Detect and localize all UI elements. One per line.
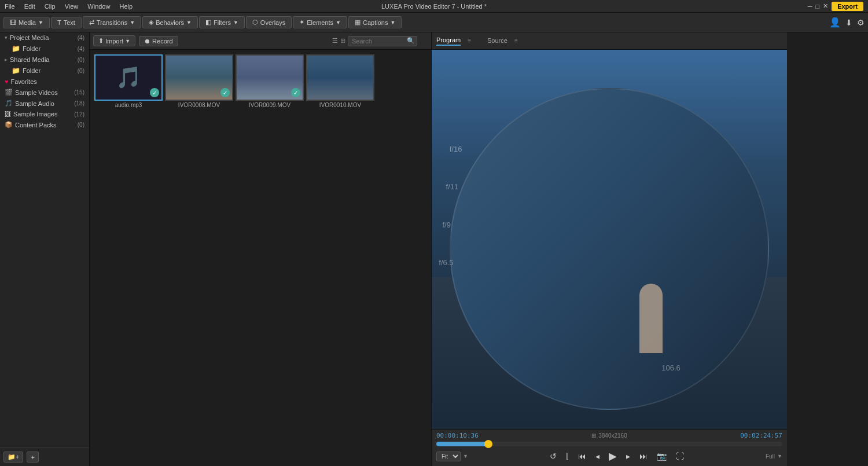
sidebar-item-sample-images[interactable]: 🖼 Sample Images (12) [0, 109, 89, 119]
settings-icon[interactable]: ⚙ [857, 18, 865, 27]
sample-videos-label: Sample Videos [15, 89, 58, 96]
captions-button[interactable]: ▦ Captions ▼ [348, 16, 402, 28]
folder2-label: Folder [23, 67, 41, 74]
sidebar-item-shared-media[interactable]: ▸ Shared Media (0) [0, 54, 89, 65]
fit-select[interactable]: Fit [436, 452, 461, 461]
chevron-right-icon: ▸ [5, 57, 8, 63]
elements-icon: ✦ [299, 19, 304, 26]
preview-progress-bar[interactable] [436, 442, 782, 446]
sample-audio-label: Sample Audio [15, 100, 54, 107]
sidebar-footer: 📁+ + [0, 447, 89, 466]
heart-icon: ♥ [5, 78, 9, 85]
import-button[interactable]: ⬆ Import ▼ [93, 35, 135, 46]
filters-icon: ◧ [205, 19, 211, 26]
menu-edit[interactable]: Edit [24, 3, 35, 10]
check-badge: ✓ [220, 88, 230, 97]
close-icon[interactable]: ✕ [823, 2, 828, 10]
maximize-icon[interactable]: □ [816, 3, 820, 10]
program-settings-icon[interactable]: ≡ [468, 38, 471, 44]
folder1-label: Folder [23, 45, 41, 52]
text-icon: T [57, 19, 61, 26]
search-input[interactable] [348, 36, 417, 46]
total-duration: 00:02:24:57 [740, 432, 782, 439]
behaviors-button[interactable]: ◈ Behaviors ▼ [142, 16, 198, 28]
captions-icon: ▦ [355, 19, 361, 26]
loop-button[interactable]: ↺ [547, 450, 559, 462]
sidebar-item-content-packs[interactable]: 📦 Content Packs (0) [0, 119, 89, 130]
overlays-button[interactable]: ⬡ Overlays [246, 16, 292, 28]
shared-media-count: (0) [78, 57, 84, 63]
tab-program[interactable]: Program [436, 36, 461, 46]
menu-view[interactable]: View [65, 3, 79, 10]
sample-images-count: (12) [74, 111, 84, 118]
media-item-audio[interactable]: 🎵 ✓ audio.mp3 [94, 54, 163, 109]
export-button[interactable]: Export [832, 2, 863, 11]
mark-in-button[interactable]: ⌊ [564, 450, 571, 462]
source-settings-icon[interactable]: ≡ [514, 38, 518, 44]
media-item-video2[interactable]: ✓ IVOR0009.MOV [236, 54, 304, 109]
menu-window[interactable]: Window [87, 3, 110, 10]
current-timecode: 00:00:10:36 [436, 432, 479, 439]
list-view-icon[interactable]: ☰ [332, 37, 338, 45]
skip-end-button[interactable]: ⏭ [637, 450, 650, 462]
main-toolbar: 🎞 Media ▼ T Text ⇄ Transitions ▼ ◈ Behav… [0, 13, 868, 32]
add-files-button[interactable]: + [27, 452, 38, 463]
main-area: ▾ Project Media (4) 📁 Folder (4) ▸ Share… [0, 32, 868, 466]
sidebar-item-sample-audio[interactable]: 🎵 Sample Audio (18) [0, 98, 89, 109]
preview-image: f/16 f/11 f/9 f/6.5 106.6 [432, 50, 787, 429]
check-badge: ✓ [150, 88, 159, 97]
resolution-display: ⊞ 3840x2160 [591, 432, 627, 439]
full-quality-label: Full [766, 453, 775, 460]
favorites-label: Favorites [11, 78, 37, 85]
transitions-button[interactable]: ⇄ Transitions ▼ [83, 16, 141, 28]
timecode-bar: 00:00:10:36 ⊞ 3840x2160 00:02:24:57 [436, 432, 782, 439]
media-item-label: IVOR0009.MOV [236, 101, 304, 109]
user-icon[interactable]: 👤 [829, 17, 841, 28]
tab-source[interactable]: Source [487, 37, 507, 45]
new-folder-button[interactable]: 📁+ [3, 452, 23, 463]
step-forward-button[interactable]: ▸ [624, 450, 632, 462]
fullscreen-button[interactable]: ⛶ [674, 450, 686, 462]
quality-dropdown-icon[interactable]: ▼ [777, 453, 782, 459]
menu-file[interactable]: File [5, 3, 15, 10]
media-item-video3[interactable]: IVOR0010.MOV [306, 54, 374, 109]
progress-marker[interactable] [484, 440, 492, 448]
transitions-icon: ⇄ [89, 19, 94, 26]
transitions-dropdown-icon: ▼ [130, 20, 135, 25]
snapshot-button[interactable]: 📷 [654, 450, 669, 462]
record-icon: ⏺ [144, 38, 150, 45]
media-button[interactable]: 🎞 Media ▼ [3, 17, 50, 28]
download-icon[interactable]: ⬇ [845, 18, 852, 27]
filters-dropdown-icon: ▼ [233, 20, 238, 25]
menu-help[interactable]: Help [119, 3, 133, 10]
folder2-count: (0) [78, 68, 84, 74]
skip-start-button[interactable]: ⏮ [576, 450, 589, 462]
content-packs-label: Content Packs [15, 122, 57, 129]
grid-view-icon[interactable]: ⊞ [340, 37, 345, 45]
media-toolbar: ⬆ Import ▼ ⏺ Record ☰ ⊞ 🔍 [90, 32, 431, 50]
media-item-video1[interactable]: ✓ IVOR0008.MOV [165, 54, 233, 109]
audio-vinyl-icon: 🎵 [116, 65, 142, 90]
behaviors-icon: ◈ [149, 19, 153, 26]
captions-dropdown-icon: ▼ [390, 20, 395, 25]
sidebar-item-folder2[interactable]: 📁 Folder (0) [0, 65, 89, 76]
menu-clip[interactable]: Clip [45, 3, 56, 10]
play-button[interactable]: ▶ [606, 449, 619, 464]
app-title: LUXEA Pro Video Editor 7 - Untitled * [381, 3, 487, 10]
filters-button[interactable]: ◧ Filters ▼ [199, 16, 245, 28]
audio-icon: 🎵 [5, 100, 13, 107]
record-button[interactable]: ⏺ Record [139, 36, 178, 46]
minimize-icon[interactable]: ─ [808, 3, 812, 10]
step-back-button[interactable]: ◂ [593, 450, 602, 462]
text-button[interactable]: T Text [51, 17, 82, 28]
pack-icon: 📦 [5, 121, 13, 129]
sidebar-item-favorites[interactable]: ♥ Favorites [0, 76, 89, 87]
media-icon: 🎞 [10, 19, 16, 26]
import-icon: ⬆ [98, 37, 104, 45]
chevron-down-icon: ▾ [5, 35, 8, 41]
sidebar-item-project-media[interactable]: ▾ Project Media (4) [0, 32, 89, 43]
sidebar-item-folder1[interactable]: 📁 Folder (4) [0, 43, 89, 54]
sidebar-item-sample-videos[interactable]: 🎬 Sample Videos (15) [0, 87, 89, 98]
sample-videos-count: (15) [74, 89, 84, 96]
elements-button[interactable]: ✦ Elements ▼ [293, 16, 347, 28]
